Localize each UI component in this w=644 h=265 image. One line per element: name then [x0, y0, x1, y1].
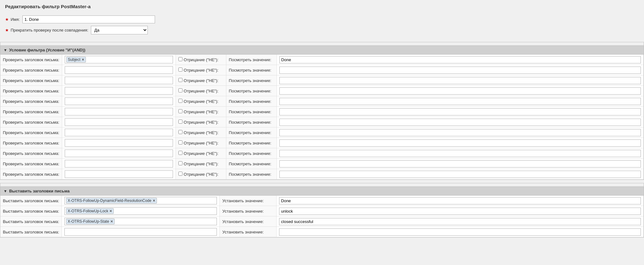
value-input-cell[interactable]: [277, 75, 643, 86]
lookup-label: Посмотреть значение:: [226, 169, 277, 180]
value-input[interactable]: [279, 67, 641, 74]
value-input-cell[interactable]: [277, 169, 643, 180]
value-input-cell[interactable]: [277, 148, 643, 159]
tag-input-container[interactable]: [65, 160, 173, 168]
value-input[interactable]: [279, 98, 641, 105]
filter-row: Проверить заголовок письма:Отрицание ("Н…: [0, 65, 644, 75]
tag-input-container[interactable]: [65, 108, 173, 115]
tag-input-container[interactable]: [65, 170, 173, 178]
filter-condition-header[interactable]: ▼ Условие фильтра (Условие "И"(AND)): [0, 45, 644, 55]
header-tag-input-cell[interactable]: [62, 75, 176, 86]
negate-label: Отрицание ("НЕ"):: [178, 141, 218, 145]
set-tag-cell[interactable]: X-OTRS-FollowUp-State ✕: [62, 216, 220, 227]
page-container: Редактировать фильтр PostMaster-а ★ Имя:…: [0, 0, 644, 265]
tag-input-container[interactable]: [65, 118, 173, 126]
value-input-cell[interactable]: [277, 86, 643, 96]
set-tag-cell[interactable]: X-OTRS-FollowUp-DynamicField-ResolutionC…: [62, 196, 220, 206]
header-tag-input-cell[interactable]: [62, 107, 176, 117]
negate-checkbox[interactable]: [178, 57, 182, 61]
negate-checkbox[interactable]: [178, 88, 182, 92]
set-value-cell[interactable]: [277, 227, 644, 237]
negate-checkbox[interactable]: [178, 68, 182, 72]
set-headers-header[interactable]: ▼ Выставить заголовки письма: [0, 186, 644, 196]
tag-input-container[interactable]: [65, 150, 173, 157]
negate-checkbox[interactable]: [178, 161, 182, 165]
set-tag-cell[interactable]: X-OTRS-FollowUp-Lock ✕: [62, 206, 220, 216]
header-tag-input-cell[interactable]: [62, 159, 176, 169]
negate-checkbox[interactable]: [178, 151, 182, 155]
value-input[interactable]: [279, 56, 641, 63]
value-input[interactable]: [279, 160, 641, 168]
header-tag-input-cell[interactable]: Subject ✕: [62, 55, 176, 65]
negate-checkbox[interactable]: [178, 78, 182, 82]
value-input-cell[interactable]: [277, 55, 643, 65]
value-input[interactable]: [279, 171, 641, 178]
set-value-cell[interactable]: [277, 206, 644, 216]
negate-label: Отрицание ("НЕ"):: [178, 89, 218, 93]
tag-input-container[interactable]: [65, 77, 173, 84]
header-tag-input-cell[interactable]: [62, 65, 176, 75]
value-input-cell[interactable]: [277, 159, 643, 169]
header-tag-input-cell[interactable]: [62, 96, 176, 107]
set-value-cell[interactable]: [277, 196, 644, 206]
set-value-input[interactable]: [279, 208, 641, 215]
header-tag-input-cell[interactable]: [62, 148, 176, 159]
negate-label: Отрицание ("НЕ"):: [178, 130, 218, 135]
set-header-label: Выставить заголовок письма:: [0, 216, 62, 227]
value-input[interactable]: [279, 87, 641, 95]
filter-row: Проверить заголовок письма:Subject ✕Отри…: [0, 55, 644, 65]
tag-input-container[interactable]: [65, 87, 173, 95]
value-input[interactable]: [279, 139, 641, 147]
stop-check-select[interactable]: Да Нет: [91, 26, 148, 34]
set-tag-cell[interactable]: [62, 227, 220, 237]
set-header-label: Выставить заголовок письма:: [0, 206, 62, 216]
negate-checkbox[interactable]: [178, 172, 182, 176]
set-value-label: Установить значение:: [220, 227, 277, 237]
negate-checkbox[interactable]: [178, 120, 182, 124]
value-input[interactable]: [279, 108, 641, 115]
tag-input-container[interactable]: [65, 97, 173, 105]
negate-checkbox[interactable]: [178, 109, 182, 113]
tag-input-container[interactable]: [65, 139, 173, 147]
value-input-cell[interactable]: [277, 127, 643, 138]
value-input-cell[interactable]: [277, 117, 643, 127]
set-tag-close-icon[interactable]: ✕: [110, 220, 113, 224]
value-input-cell[interactable]: [277, 107, 643, 117]
value-input[interactable]: [279, 150, 641, 157]
set-value-cell[interactable]: [277, 216, 644, 227]
value-input-cell[interactable]: [277, 65, 643, 75]
tag-input-container[interactable]: [65, 66, 173, 74]
negate-checkbox[interactable]: [178, 99, 182, 103]
value-input-cell[interactable]: [277, 96, 643, 107]
set-tag-container[interactable]: X-OTRS-FollowUp-DynamicField-ResolutionC…: [64, 197, 217, 204]
set-tag-close-icon[interactable]: ✕: [152, 199, 155, 203]
value-input[interactable]: [279, 119, 641, 126]
value-input[interactable]: [279, 77, 641, 84]
form-section: ★ Имя: ★ Прекратить проверку после совпа…: [0, 13, 644, 42]
value-input[interactable]: [279, 129, 641, 136]
negate-checkbox[interactable]: [178, 130, 182, 134]
header-tag-input-cell[interactable]: [62, 117, 176, 127]
negate-checkbox[interactable]: [178, 140, 182, 144]
name-input[interactable]: [22, 15, 155, 23]
set-tag-close-icon[interactable]: ✕: [109, 209, 112, 213]
tag-close-icon[interactable]: ✕: [81, 58, 84, 62]
set-value-input[interactable]: [279, 228, 641, 236]
header-tag-input-cell[interactable]: [62, 86, 176, 96]
tag-input-container[interactable]: Subject ✕: [65, 56, 173, 63]
header-tag-input-cell[interactable]: [62, 127, 176, 138]
header-tag-input-cell[interactable]: [62, 138, 176, 148]
value-input-cell[interactable]: [277, 138, 643, 148]
check-header-label: Проверить заголовок письма:: [0, 159, 62, 169]
set-value-input[interactable]: [279, 218, 641, 225]
stop-check-label: ★ Прекратить проверку после совпадения:: [5, 28, 91, 32]
negate-cell: Отрицание ("НЕ"):: [176, 117, 226, 127]
set-tag-container[interactable]: X-OTRS-FollowUp-Lock ✕: [64, 207, 217, 215]
lookup-label: Посмотреть значение:: [226, 148, 277, 159]
check-header-label: Проверить заголовок письма:: [0, 138, 62, 148]
header-tag-input-cell[interactable]: [62, 169, 176, 180]
tag-input-container[interactable]: [65, 129, 173, 136]
set-tag-container[interactable]: X-OTRS-FollowUp-State ✕: [64, 218, 217, 225]
set-value-input[interactable]: [279, 197, 641, 204]
set-tag-container[interactable]: [64, 228, 217, 236]
